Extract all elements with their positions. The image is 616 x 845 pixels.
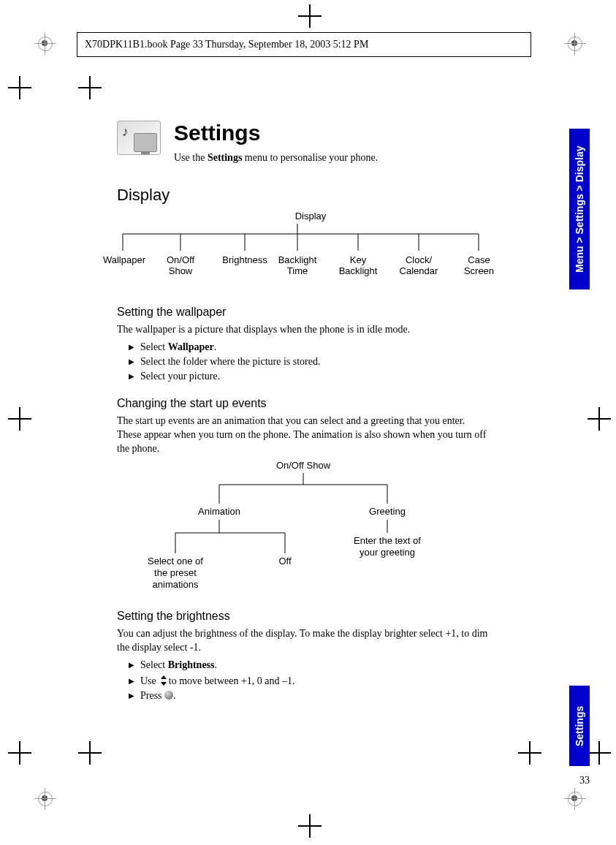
registration-mark-icon: [568, 792, 582, 806]
registration-mark-icon: [38, 37, 53, 51]
step-item: Select Brightness.: [129, 659, 490, 671]
page: X70DPK11B1.book Page 33 Thursday, Septem…: [0, 0, 616, 845]
tree-leaf: Wallpaper: [102, 254, 146, 266]
crop-mark-icon: [592, 746, 607, 760]
crop-mark-icon: [592, 412, 607, 426]
tree-leaf: KeyBacklight: [336, 254, 380, 277]
book-info-text: X70DPK11B1.book Page 33 Thursday, Septem…: [85, 39, 368, 50]
crop-mark-icon: [12, 80, 27, 95]
crop-mark-icon: [83, 80, 97, 95]
side-tab-section: Settings: [569, 686, 590, 766]
title-row: ♪ Settings Use the Settings menu to pers…: [117, 121, 490, 165]
tree-root: Display: [117, 211, 504, 221]
tree-leaf: Brightness: [221, 254, 269, 266]
book-header: X70DPK11B1.book Page 33 Thursday, Septem…: [77, 32, 531, 57]
tree-leaf: Clock/Calendar: [397, 254, 441, 277]
page-number: 33: [579, 775, 590, 787]
sub-heading-brightness: Setting the brightness: [117, 610, 490, 623]
crop-mark-icon: [303, 819, 317, 833]
nav-key-icon: [159, 675, 166, 686]
crop-mark-icon: [12, 746, 27, 760]
sub-heading-startup: Changing the start up events: [117, 397, 490, 410]
tree-node: Greeting: [358, 506, 417, 518]
display-tree: Display Wallpaper On/OffShow Brightness …: [117, 211, 504, 280]
step-item: Select Wallpaper.: [129, 341, 490, 353]
brightness-desc: You can adjust the brightness of the dis…: [117, 627, 490, 655]
section-heading-display: Display: [117, 186, 490, 205]
side-tab-breadcrumb: Menu > Settings > Display: [569, 129, 590, 289]
tree-leaf: Enter the text ofyour greeting: [343, 535, 431, 558]
crop-mark-icon: [303, 9, 317, 23]
wallpaper-steps: Select Wallpaper. Select the folder wher…: [117, 341, 490, 382]
tree-node: Animation: [190, 506, 248, 518]
step-item: Select the folder where the picture is s…: [129, 356, 490, 368]
crop-mark-icon: [83, 746, 97, 760]
intro-text: Use the Settings menu to personalise you…: [174, 151, 378, 165]
registration-mark-icon: [568, 37, 582, 51]
tree-leaf: CaseScreen: [459, 254, 499, 277]
brightness-steps: Select Brightness. Use to move between +…: [117, 659, 490, 702]
step-item: Press .: [129, 690, 490, 702]
tree-leaf: Off: [270, 556, 300, 567]
page-title: Settings: [174, 121, 378, 145]
onoff-tree: On/Off Show Animation Greeting Enter the…: [146, 460, 460, 595]
content-area: ♪ Settings Use the Settings menu to pers…: [117, 121, 490, 705]
registration-mark-icon: [38, 792, 53, 806]
sub-heading-wallpaper: Setting the wallpaper: [117, 306, 490, 319]
tree-leaf: On/OffShow: [162, 254, 199, 277]
wallpaper-desc: The wallpaper is a picture that displays…: [117, 323, 490, 337]
startup-desc: The start up events are an animation tha…: [117, 414, 490, 456]
ok-key-icon: [164, 691, 173, 700]
crop-mark-icon: [522, 746, 537, 760]
step-item: Use to move between +1, 0 and –1.: [129, 674, 490, 687]
tree-root: On/Off Show: [146, 460, 460, 471]
crop-mark-icon: [12, 412, 27, 426]
step-item: Select your picture.: [129, 371, 490, 382]
settings-icon: ♪: [117, 121, 161, 155]
tree-leaf: BacklightTime: [275, 254, 319, 277]
tree-leaf: Select one ofthe presetanimations: [139, 556, 212, 590]
